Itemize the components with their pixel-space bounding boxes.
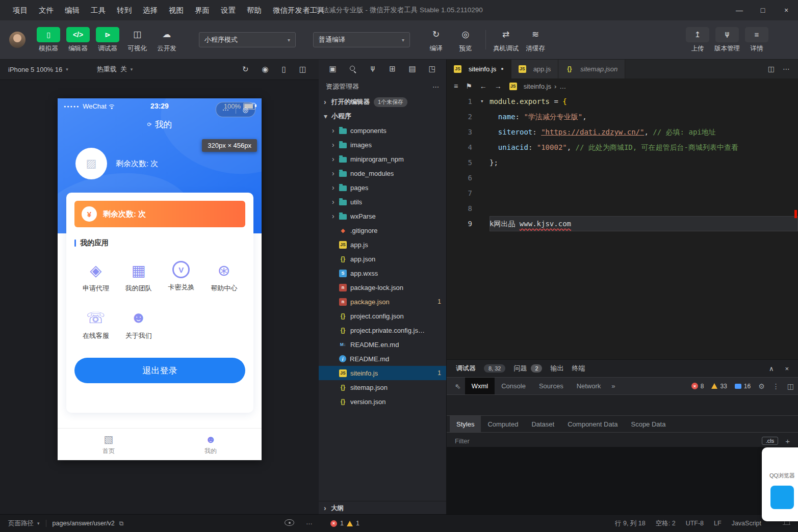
tab-terminal[interactable]: 终端 — [572, 364, 585, 373]
menu-item-1[interactable]: 项目 — [7, 0, 33, 20]
clear-cache-button[interactable]: ≋清缓存 — [521, 27, 550, 53]
extensions-icon[interactable]: ⊞ — [387, 63, 398, 74]
tab-debugger[interactable]: 调试器 — [456, 364, 476, 373]
code-line-8[interactable]: 8 — [447, 201, 798, 216]
split-editor-icon[interactable]: ◫ — [768, 65, 775, 73]
message-count[interactable]: 16 — [735, 383, 751, 390]
visual-button[interactable]: ◫可视化 — [122, 27, 152, 53]
menu-item-10[interactable]: 帮助 — [241, 0, 267, 20]
error-count[interactable]: ×8 — [691, 383, 704, 390]
simulator-button[interactable]: ▯模拟器 — [34, 27, 63, 53]
code-line-9[interactable]: 9k网出品 www.kjsv.com — [447, 216, 798, 231]
debugger-button[interactable]: ⊳调试器 — [93, 27, 122, 53]
status-item-3[interactable]: UTF-8 — [686, 520, 704, 527]
menu-item-4[interactable]: 工具 — [85, 0, 111, 20]
files-icon[interactable]: ▣ — [327, 63, 339, 74]
editor-tab-siteinfo.js[interactable]: JSsiteinfo.js● — [447, 59, 511, 78]
editor-tab-app.js[interactable]: JSapp.js — [511, 59, 559, 78]
file-README.md[interactable]: iREADME.md — [319, 352, 446, 366]
menu-item-2[interactable]: 文件 — [33, 0, 59, 20]
filter-input[interactable]: Filter — [455, 437, 470, 445]
file-sitemap.json[interactable]: {}sitemap.json — [319, 380, 446, 394]
code-line-6[interactable]: 6 — [447, 170, 798, 185]
code-line-1[interactable]: 1▾module.exports = { — [447, 94, 798, 109]
problems-summary[interactable]: × 1 1 — [330, 520, 359, 527]
status-item-4[interactable]: LF — [714, 520, 722, 527]
package-icon[interactable]: ◳ — [427, 63, 438, 74]
close-button[interactable]: × — [775, 0, 798, 20]
more-actions-icon[interactable]: ⋯ — [783, 65, 790, 73]
editor-button[interactable]: </>编辑器 — [63, 27, 93, 53]
code-area[interactable]: 1▾module.exports = {2 name: "学法减分专业版",3 … — [447, 94, 798, 359]
status-item-2[interactable]: 空格: 2 — [656, 519, 676, 528]
compile-button[interactable]: ↻编译 — [421, 27, 451, 53]
menu-item-3[interactable]: 编辑 — [59, 0, 85, 20]
file-app.json[interactable]: {}app.json — [319, 252, 446, 266]
record-icon[interactable]: ◉ — [262, 65, 268, 74]
upload-button[interactable]: ↥上传 — [683, 27, 712, 53]
collapse-panel-icon[interactable]: ∧ — [769, 365, 774, 373]
forward-arrow-icon[interactable]: → — [495, 82, 502, 90]
folder-wxParse[interactable]: ›wxParse — [319, 209, 446, 223]
folder-pages[interactable]: ›pages — [319, 180, 446, 195]
outline-list-icon[interactable]: ≡ — [454, 82, 458, 90]
more-actions-icon[interactable]: ⋯ — [306, 520, 313, 527]
file-README.en.md[interactable]: M↓README.en.md — [319, 337, 446, 352]
remaining-banner[interactable]: ¥ 剩余次数: 次 — [74, 201, 245, 227]
file-siteinfo.js[interactable]: JSsiteinfo.js1 — [319, 366, 446, 380]
mode-select[interactable]: 小程序模式 ▾ — [199, 32, 296, 47]
open-editors-section[interactable]: › 打开的编辑器 1个未保存 — [319, 95, 446, 109]
menu-item-7[interactable]: 视图 — [163, 0, 189, 20]
back-arrow-icon[interactable]: ← — [480, 82, 487, 90]
phone-icon[interactable]: ▯ — [282, 65, 286, 74]
source-control-icon[interactable]: ⋔ — [367, 63, 378, 74]
app-item-about[interactable]: ☻关于我们 — [117, 308, 160, 340]
app-item-agent[interactable]: ◈申请代理 — [74, 261, 117, 293]
phone-tab-home[interactable]: ▧首页 — [58, 429, 160, 460]
more-menu-icon[interactable]: ⋯ — [216, 106, 236, 114]
menu-item-5[interactable]: 转到 — [111, 0, 137, 20]
warning-count[interactable]: 33 — [711, 383, 727, 390]
code-line-5[interactable]: 5}; — [447, 155, 798, 170]
bookmark-icon[interactable]: ⚑ — [466, 82, 472, 90]
code-line-2[interactable]: 2 name: "学法减分专业版", — [447, 109, 798, 124]
save-icon[interactable]: ▤ — [407, 63, 418, 74]
kebab-menu-icon[interactable]: ⋮ — [773, 382, 780, 390]
subtab-dataset[interactable]: Dataset — [525, 416, 561, 432]
app-item-service[interactable]: ☏在线客服 — [74, 308, 117, 340]
cloud-button[interactable]: ☁云开发 — [152, 27, 182, 53]
settings-gear-icon[interactable]: ⚙ — [758, 382, 765, 390]
device-debug-button[interactable]: ⇄真机调试 — [491, 27, 521, 53]
add-style-icon[interactable]: + — [785, 437, 790, 445]
app-item-help[interactable]: ⊛帮助中心 — [202, 261, 245, 293]
subtab-component-data[interactable]: Component Data — [561, 416, 624, 432]
folder-miniprogram_npm[interactable]: ›miniprogram_npm — [319, 152, 446, 166]
status-item-5[interactable]: JavaScript — [732, 520, 761, 527]
version-button[interactable]: ⋔版本管理 — [712, 27, 742, 53]
subtab-styles[interactable]: Styles — [450, 416, 481, 432]
code-line-4[interactable]: 4 uniacid: "10002", // 此处为商城ID, 可在超管后台-商… — [447, 140, 798, 155]
inspect-element-icon[interactable]: ⇖ — [451, 378, 465, 394]
menu-item-6[interactable]: 选择 — [137, 0, 163, 20]
maximize-button[interactable]: □ — [751, 0, 775, 20]
file-package-lock.json[interactable]: npackage-lock.json — [319, 280, 446, 295]
page-path-dropdown[interactable]: 页面路径 ▾ — [8, 519, 40, 528]
file-project.config.json[interactable]: {}project.config.json — [319, 309, 446, 323]
folder-components[interactable]: ›components — [319, 123, 446, 138]
file-app.js[interactable]: JSapp.js — [319, 237, 446, 252]
code-line-7[interactable]: 7 — [447, 185, 798, 201]
search-icon[interactable] — [347, 63, 358, 74]
tab-network[interactable]: Network — [570, 378, 608, 394]
tab-sources[interactable]: Sources — [532, 378, 570, 394]
phone-tab-me[interactable]: ☻我的 — [160, 429, 262, 460]
code-line-3[interactable]: 3 siteroot: "https://dati.zdzyw.cn/", //… — [447, 124, 798, 140]
status-item-1[interactable]: 行 9, 列 18 — [615, 519, 646, 528]
copy-path-icon[interactable]: ⧉ — [119, 520, 124, 527]
user-photo-placeholder[interactable]: ▨ — [75, 148, 107, 179]
menu-item-8[interactable]: 界面 — [189, 0, 215, 20]
current-page-path[interactable]: pages/answer/user/v2 — [53, 520, 115, 527]
file-project.private.config.js…[interactable]: {}project.private.config.js… — [319, 323, 446, 337]
dock-side-icon[interactable]: ◫ — [787, 382, 794, 390]
breadcrumb-file[interactable]: JS siteinfo.js › … — [509, 83, 567, 90]
tab-problems[interactable]: 问题 — [513, 364, 527, 373]
